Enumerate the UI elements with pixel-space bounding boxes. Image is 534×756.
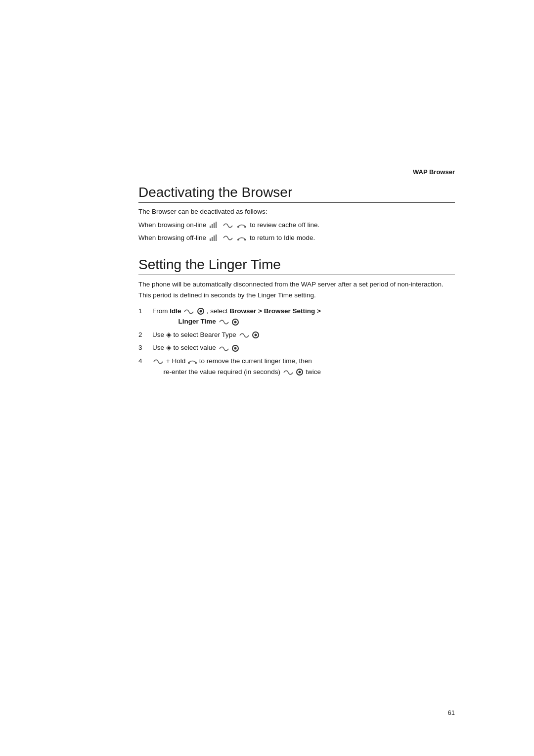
signal-icon-2	[209, 234, 219, 242]
svg-rect-8	[214, 236, 215, 241]
step-2-content: Use ◈ to select Bearer Type	[152, 330, 455, 340]
content-area: WAP Browser Deactivating the Browser The…	[138, 0, 455, 377]
page-number: 61	[448, 709, 455, 716]
svg-rect-10	[237, 239, 239, 240]
svg-point-13	[200, 310, 202, 313]
page: WAP Browser Deactivating the Browser The…	[0, 0, 534, 756]
svg-rect-4	[237, 226, 239, 228]
step1-squig-icon	[183, 307, 194, 316]
step-3-num: 3	[138, 342, 152, 353]
section2-title: Setting the Linger Time	[138, 257, 455, 275]
step-1-content: From Idle , select Browse	[152, 306, 455, 327]
svg-rect-5	[244, 226, 246, 228]
step-4: 4 + Hold	[138, 356, 455, 377]
step1-idle-label: Idle	[170, 307, 181, 315]
step2-circle-icon	[252, 331, 260, 338]
svg-rect-20	[188, 362, 190, 364]
header-label: WAP Browser	[138, 168, 455, 176]
step-2: 2 Use ◈ to select Bearer Type	[138, 330, 455, 340]
svg-rect-6	[210, 238, 211, 241]
step-4-content: + Hold to remove the current linger time…	[152, 356, 455, 377]
section1-line1: When browsing on-line	[138, 220, 455, 231]
step-3: 3 Use ◈ to select value	[138, 342, 455, 353]
svg-rect-11	[244, 239, 246, 240]
end-call-icon-1	[237, 220, 247, 231]
step-2-num: 2	[138, 330, 152, 340]
svg-rect-3	[216, 222, 217, 228]
step4-squig-icon	[153, 357, 164, 366]
svg-rect-1	[212, 224, 213, 228]
step1-circle-icon-2	[231, 318, 239, 325]
svg-rect-2	[214, 223, 215, 228]
section1-title: Deactivating the Browser	[138, 185, 455, 203]
signal-icon-1	[209, 221, 219, 230]
end-call-icon-2	[237, 233, 247, 243]
step2-nav-icon: ◈	[166, 331, 172, 338]
line1-text-after: to review cache off line.	[250, 220, 319, 231]
line2-text-after: to return to Idle mode.	[250, 233, 315, 243]
svg-point-23	[299, 371, 301, 374]
step1-circle-icon	[197, 307, 207, 315]
step-1: 1 From Idle	[138, 306, 455, 327]
step1-squig-icon-2	[219, 318, 229, 327]
section2-description: The phone will be automatically disconne…	[138, 279, 455, 300]
step4-circle-icon	[296, 368, 306, 376]
step3-squig-icon	[219, 344, 229, 353]
step2-squig-icon	[239, 331, 250, 339]
line2-text-before: When browsing off-line	[138, 233, 206, 243]
svg-rect-21	[195, 362, 197, 364]
step4-squig-icon-2	[283, 368, 294, 377]
phone-squig-icon-1	[222, 221, 233, 230]
phone-squig-icon-2	[222, 234, 233, 242]
svg-point-19	[234, 347, 237, 349]
section1-line2: When browsing off-line	[138, 233, 455, 243]
svg-point-17	[255, 334, 257, 336]
svg-rect-0	[210, 226, 211, 228]
section-deactivating: Deactivating the Browser The Browser can…	[138, 185, 455, 243]
steps-list: 1 From Idle	[138, 306, 455, 378]
step-3-content: Use ◈ to select value	[152, 342, 455, 353]
section1-intro: The Browser can be deactivated as follow…	[138, 207, 455, 217]
step3-circle-icon	[231, 344, 239, 351]
step-4-num: 4	[138, 356, 152, 367]
svg-rect-9	[216, 235, 217, 241]
step3-nav-icon: ◈	[166, 344, 172, 351]
section-linger-time: Setting the Linger Time The phone will b…	[138, 257, 455, 377]
svg-rect-7	[212, 237, 213, 241]
svg-point-15	[234, 321, 237, 323]
step4-end-call-icon	[187, 357, 199, 365]
step-1-num: 1	[138, 306, 152, 317]
line1-text-before: When browsing on-line	[138, 220, 206, 231]
